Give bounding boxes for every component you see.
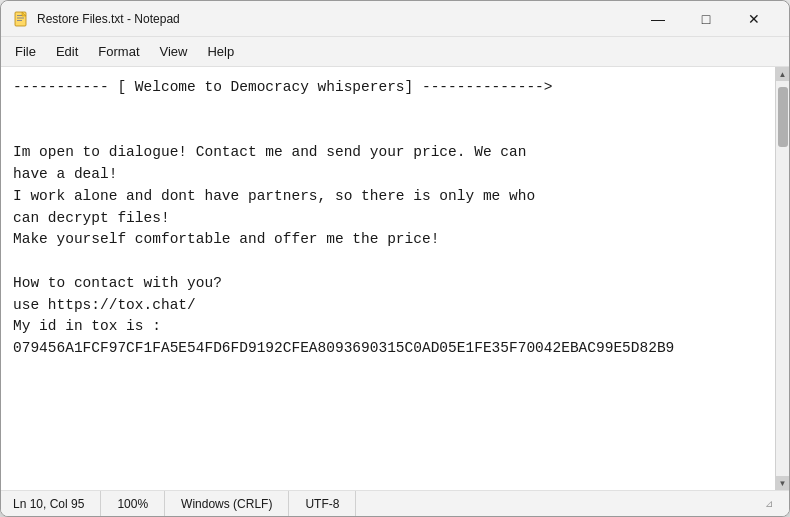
scroll-track[interactable] <box>776 81 789 476</box>
notepad-app-icon <box>13 11 29 27</box>
menu-view[interactable]: View <box>150 40 198 63</box>
encoding: UTF-8 <box>289 491 356 516</box>
menu-help[interactable]: Help <box>197 40 244 63</box>
text-area-wrapper: ----------- [ Welcome to Democracy whisp… <box>1 67 775 490</box>
title-bar: Restore Files.txt - Notepad — □ ✕ <box>1 1 789 37</box>
title-bar-left: Restore Files.txt - Notepad <box>13 11 180 27</box>
scroll-down-arrow[interactable]: ▼ <box>776 476 790 490</box>
menu-bar: File Edit Format View Help <box>1 37 789 67</box>
window-title: Restore Files.txt - Notepad <box>37 12 180 26</box>
svg-rect-2 <box>17 17 24 18</box>
window-controls: — □ ✕ <box>635 4 777 34</box>
zoom-level: 100% <box>101 491 165 516</box>
svg-rect-3 <box>17 20 22 21</box>
maximize-button[interactable]: □ <box>683 4 729 34</box>
vertical-scrollbar: ▲ ▼ <box>775 67 789 490</box>
close-button[interactable]: ✕ <box>731 4 777 34</box>
notepad-window: Restore Files.txt - Notepad — □ ✕ File E… <box>0 0 790 517</box>
minimize-button[interactable]: — <box>635 4 681 34</box>
line-ending: Windows (CRLF) <box>165 491 289 516</box>
text-editor[interactable]: ----------- [ Welcome to Democracy whisp… <box>1 67 775 490</box>
content-area: ----------- [ Welcome to Democracy whisp… <box>1 67 789 490</box>
resize-grip: ⊿ <box>761 496 777 512</box>
scroll-thumb[interactable] <box>778 87 788 147</box>
menu-edit[interactable]: Edit <box>46 40 88 63</box>
menu-file[interactable]: File <box>5 40 46 63</box>
status-bar: Ln 10, Col 95 100% Windows (CRLF) UTF-8 … <box>1 490 789 516</box>
scroll-up-arrow[interactable]: ▲ <box>776 67 790 81</box>
cursor-position: Ln 10, Col 95 <box>13 491 101 516</box>
menu-format[interactable]: Format <box>88 40 149 63</box>
